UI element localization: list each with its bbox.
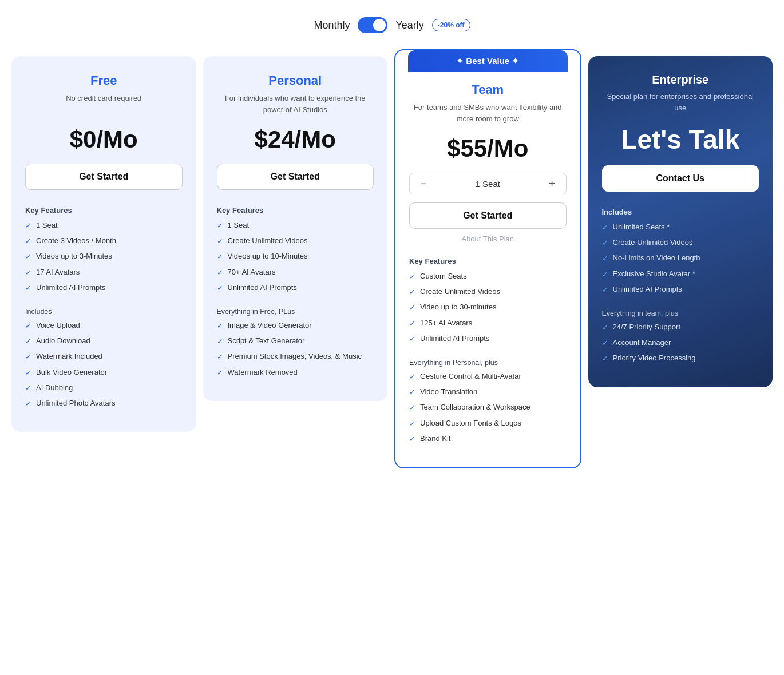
enterprise-plan-price: Let's Talk bbox=[602, 124, 759, 155]
list-item: ✓Videos up to 3-Minutes bbox=[25, 251, 183, 262]
free-plan-price: $0/Mo bbox=[25, 126, 183, 153]
list-item: ✓Gesture Control & Multi-Avatar bbox=[409, 371, 567, 382]
check-icon: ✓ bbox=[25, 283, 31, 293]
list-item: ✓AI Dubbing bbox=[25, 383, 183, 394]
team-cta-button[interactable]: Get Started bbox=[409, 202, 567, 229]
list-item: ✓Exclusive Studio Avatar * bbox=[602, 269, 759, 280]
check-icon: ✓ bbox=[409, 387, 415, 398]
list-item: ✓1 Seat bbox=[217, 220, 374, 231]
personal-plan-name: Personal bbox=[217, 73, 374, 88]
check-icon: ✓ bbox=[217, 221, 223, 231]
team-key-features-title: Key Features bbox=[409, 257, 567, 265]
check-icon: ✓ bbox=[602, 253, 608, 264]
check-icon: ✓ bbox=[602, 223, 608, 233]
check-icon: ✓ bbox=[25, 368, 31, 378]
pricing-cards: Free No credit card required $0/Mo Get S… bbox=[11, 56, 773, 468]
list-item: ✓Create Unlimited Videos bbox=[217, 236, 374, 247]
check-icon: ✓ bbox=[25, 221, 31, 231]
plan-card-enterprise: Enterprise Special plan for enterprises … bbox=[588, 56, 773, 387]
check-icon: ✓ bbox=[602, 269, 608, 280]
check-icon: ✓ bbox=[409, 334, 415, 344]
enterprise-cta-button[interactable]: Contact Us bbox=[602, 165, 759, 192]
check-icon: ✓ bbox=[25, 352, 31, 362]
plan-card-team: ✦ Best Value ✦ Team For teams and SMBs w… bbox=[394, 49, 581, 468]
list-item: ✓Custom Seats bbox=[409, 271, 567, 282]
team-plan-name: Team bbox=[409, 82, 567, 97]
list-item: ✓70+ AI Avatars bbox=[217, 267, 374, 278]
list-item: ✓Watermark Included bbox=[25, 351, 183, 362]
list-item: ✓Account Manager bbox=[602, 338, 759, 348]
check-icon: ✓ bbox=[217, 336, 223, 347]
check-icon: ✓ bbox=[409, 403, 415, 413]
about-plan-link[interactable]: About This Plan bbox=[409, 235, 567, 243]
list-item: ✓No-Limits on Video Length bbox=[602, 253, 759, 264]
check-icon: ✓ bbox=[217, 368, 223, 378]
free-includes-title: Includes bbox=[25, 308, 183, 316]
check-icon: ✓ bbox=[25, 383, 31, 394]
enterprise-key-features-title: Includes bbox=[602, 208, 759, 216]
list-item: ✓Upload Custom Fonts & Logos bbox=[409, 418, 567, 429]
personal-key-features-title: Key Features bbox=[217, 206, 374, 215]
check-icon: ✓ bbox=[25, 268, 31, 278]
list-item: ✓Premium Stock Images, Videos, & Music bbox=[217, 351, 374, 362]
check-icon: ✓ bbox=[217, 268, 223, 278]
discount-badge: -20% off bbox=[432, 19, 470, 31]
seat-decrement-button[interactable]: − bbox=[418, 178, 429, 189]
team-extras-title: Everything in Personal, plus bbox=[409, 359, 567, 367]
list-item: ✓125+ AI Avatars bbox=[409, 318, 567, 329]
check-icon: ✓ bbox=[409, 372, 415, 382]
list-item: ✓Create Unlimited Videos bbox=[409, 287, 567, 297]
check-icon: ✓ bbox=[217, 236, 223, 247]
check-icon: ✓ bbox=[217, 321, 223, 331]
billing-toggle-row: Monthly Yearly -20% off bbox=[11, 17, 773, 33]
team-features: Key Features ✓Custom Seats ✓Create Unlim… bbox=[409, 257, 567, 444]
check-icon: ✓ bbox=[25, 336, 31, 347]
check-icon: ✓ bbox=[409, 319, 415, 329]
list-item: ✓Voice Upload bbox=[25, 320, 183, 331]
list-item: ✓Watermark Removed bbox=[217, 367, 374, 378]
best-value-banner: ✦ Best Value ✦ bbox=[408, 50, 568, 72]
check-icon: ✓ bbox=[409, 434, 415, 444]
plan-card-free: Free No credit card required $0/Mo Get S… bbox=[11, 56, 196, 432]
list-item: ✓Unlimited AI Prompts bbox=[409, 333, 567, 344]
list-item: ✓24/7 Priority Support bbox=[602, 322, 759, 333]
list-item: ✓Priority Video Processing bbox=[602, 353, 759, 364]
check-icon: ✓ bbox=[602, 323, 608, 333]
free-plan-name: Free bbox=[25, 73, 183, 88]
free-plan-description: No credit card required bbox=[25, 93, 183, 117]
check-icon: ✓ bbox=[217, 283, 223, 293]
list-item: ✓Script & Text Generator bbox=[217, 336, 374, 347]
personal-plan-description: For individuals who want to experience t… bbox=[217, 93, 374, 117]
yearly-label: Yearly bbox=[395, 19, 423, 31]
list-item: ✓Unlimited AI Prompts bbox=[217, 283, 374, 293]
check-icon: ✓ bbox=[409, 303, 415, 313]
list-item: ✓1 Seat bbox=[25, 220, 183, 231]
list-item: ✓Videos up to 10-Minutes bbox=[217, 251, 374, 262]
check-icon: ✓ bbox=[217, 252, 223, 262]
enterprise-extras-title: Everything in team, plus bbox=[602, 309, 759, 317]
list-item: ✓Unlimited AI Prompts bbox=[602, 284, 759, 295]
personal-cta-button[interactable]: Get Started bbox=[217, 164, 374, 190]
billing-toggle-switch[interactable] bbox=[358, 17, 387, 33]
list-item: ✓Unlimited Seats * bbox=[602, 222, 759, 233]
personal-features: Key Features ✓1 Seat ✓Create Unlimited V… bbox=[217, 206, 374, 378]
check-icon: ✓ bbox=[602, 238, 608, 248]
check-icon: ✓ bbox=[217, 352, 223, 362]
team-plan-description: For teams and SMBs who want flexibility … bbox=[409, 102, 567, 126]
free-features: Key Features ✓1 Seat ✓Create 3 Videos / … bbox=[25, 206, 183, 409]
list-item: ✓Create 3 Videos / Month bbox=[25, 236, 183, 247]
check-icon: ✓ bbox=[409, 272, 415, 282]
check-icon: ✓ bbox=[25, 252, 31, 262]
plan-card-personal: Personal For individuals who want to exp… bbox=[203, 56, 388, 401]
free-cta-button[interactable]: Get Started bbox=[25, 164, 183, 190]
list-item: ✓Video up to 30-minutes bbox=[409, 302, 567, 313]
seat-increment-button[interactable]: + bbox=[547, 178, 558, 189]
check-icon: ✓ bbox=[409, 419, 415, 429]
check-icon: ✓ bbox=[25, 399, 31, 409]
list-item: ✓Unlimited Photo Avatars bbox=[25, 398, 183, 409]
enterprise-plan-description: Special plan for enterprises and profess… bbox=[602, 91, 759, 115]
personal-extras-title: Everything in Free, PLus bbox=[217, 308, 374, 316]
check-icon: ✓ bbox=[409, 287, 415, 297]
enterprise-features: Includes ✓Unlimited Seats * ✓Create Unli… bbox=[602, 208, 759, 364]
check-icon: ✓ bbox=[25, 236, 31, 247]
